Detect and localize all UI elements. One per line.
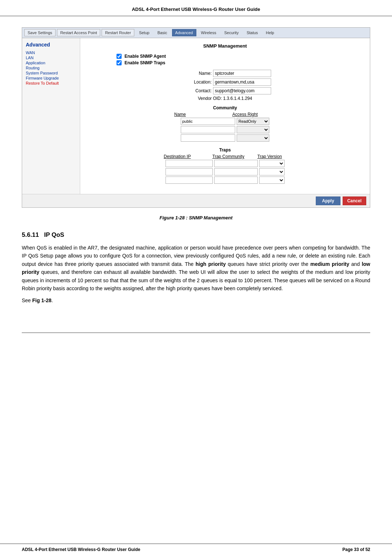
trap-comm-2[interactable]: [214, 168, 258, 175]
main-panel: SNMP Management Enable SNMP Agent Enable…: [80, 38, 370, 194]
community-access-1[interactable]: ReadOnly ReadWrite: [237, 118, 269, 125]
contact-field-row: Contact:: [87, 87, 363, 94]
section-number: 5.6.11: [22, 231, 39, 238]
sidebar-title: Advanced: [26, 42, 76, 48]
nav-bar: Save Settings Restart Access Point Resta…: [22, 28, 370, 38]
name-label: Name:: [179, 71, 212, 76]
contact-label: Contact:: [179, 88, 212, 93]
router-content: Advanced WAN LAN Application Routing Sys…: [22, 38, 370, 194]
page-footer: ADSL 4-Port Ethernet USB Wireless-G Rout…: [0, 543, 392, 555]
section-title: IP QoS: [44, 231, 64, 238]
snmp-traps-label: Enable SNMP Traps: [124, 60, 165, 65]
community-row-1: ReadOnly ReadWrite: [87, 118, 363, 125]
main-content: Save Settings Restart Access Point Resta…: [0, 16, 392, 321]
community-name-2[interactable]: [181, 126, 235, 133]
restart-router-button[interactable]: Restart Router: [102, 29, 134, 36]
tab-status[interactable]: Status: [243, 29, 261, 36]
snmp-fields-section: Name: Location: Contact: Vendor OID: 1.3…: [87, 70, 363, 101]
tab-advanced[interactable]: Advanced: [172, 29, 196, 36]
traps-title: Traps: [87, 147, 363, 153]
tab-basic[interactable]: Basic: [154, 29, 171, 36]
bottom-buttons: Apply Cancel: [22, 194, 370, 207]
body-text: When QoS is enabled in the AR7, the desi…: [22, 244, 370, 292]
panel-title: SNMP Management: [87, 43, 363, 49]
traps-headers: Destination IP Trap Community Trap Versi…: [87, 154, 363, 159]
trap-ver-2[interactable]: v1v2c: [259, 168, 285, 175]
sidebar-link-routing[interactable]: Routing: [26, 66, 76, 70]
sidebar-link-lan[interactable]: LAN: [26, 56, 76, 60]
router-ui-box: Save Settings Restart Access Point Resta…: [22, 27, 370, 208]
community-row-2: ReadOnly ReadWrite: [87, 126, 363, 133]
bottom-rule: [22, 332, 370, 333]
community-access-3[interactable]: ReadOnly ReadWrite: [237, 134, 269, 142]
trap-comm-3[interactable]: [214, 177, 258, 184]
trap-ver-1[interactable]: v1v2c: [259, 160, 285, 167]
community-name-3[interactable]: [181, 134, 235, 142]
snmp-traps-row: Enable SNMP Traps: [117, 60, 363, 65]
cancel-button[interactable]: Cancel: [343, 197, 366, 205]
sidebar-link-application[interactable]: Application: [26, 61, 76, 65]
snmp-agent-row: Enable SNMP Agent: [117, 54, 363, 59]
sidebar-link-wan[interactable]: WAN: [26, 50, 76, 55]
community-section: Community Name Access Right ReadOnly Rea…: [87, 105, 363, 142]
sidebar-link-restore-default[interactable]: Restore To Default: [26, 81, 76, 85]
community-col-access: Access Right: [232, 112, 276, 117]
tab-security[interactable]: Security: [221, 29, 242, 36]
community-title: Community: [87, 105, 363, 110]
footer-left: ADSL 4-Port Ethernet USB Wireless-G Rout…: [22, 547, 140, 552]
trap-ver-3[interactable]: v1v2c: [259, 177, 285, 184]
sidebar-link-system-password[interactable]: System Password: [26, 71, 76, 75]
community-row-3: ReadOnly ReadWrite: [87, 134, 363, 142]
restart-ap-button[interactable]: Restart Access Point: [57, 29, 101, 36]
save-settings-button[interactable]: Save Settings: [24, 29, 56, 36]
tab-wireless[interactable]: Wireless: [198, 29, 220, 36]
trap-dest-3[interactable]: [166, 177, 213, 184]
snmp-agent-label: Enable SNMP Agent: [124, 54, 166, 59]
sidebar-link-firmware-upgrade[interactable]: Firmware Upgrade: [26, 76, 76, 80]
sidebar: Advanced WAN LAN Application Routing Sys…: [22, 38, 80, 194]
vendor-oid: Vendor OID: 1.3.6.1.4.1.294: [87, 96, 363, 101]
apply-button[interactable]: Apply: [316, 197, 340, 205]
section-heading: 5.6.11 IP QoS: [22, 231, 370, 239]
name-field-row: Name:: [87, 70, 363, 77]
trap-dest-1[interactable]: [166, 160, 213, 167]
see-ref: See Fig 1-28.: [22, 297, 370, 303]
community-col-name: Name: [174, 112, 232, 117]
location-field-row: Location:: [87, 78, 363, 86]
snmp-traps-checkbox[interactable]: [117, 60, 122, 65]
trap-row-3: v1v2c: [87, 177, 363, 184]
snmp-agent-checkbox[interactable]: [117, 54, 122, 59]
trap-row-2: v1v2c: [87, 168, 363, 175]
community-headers: Name Access Right: [87, 112, 363, 117]
header-title: ADSL 4-Port Ethernet USB Wireless-G Rout…: [132, 7, 260, 12]
page-header: ADSL 4-Port Ethernet USB Wireless-G Rout…: [0, 0, 392, 16]
tab-help[interactable]: Help: [263, 29, 278, 36]
traps-col-ver: Trap Version: [257, 154, 286, 159]
community-name-1[interactable]: [181, 118, 235, 125]
traps-col-comm: Trap Community: [212, 154, 256, 159]
community-access-2[interactable]: ReadOnly ReadWrite: [237, 126, 269, 133]
traps-col-dest: Destination IP: [164, 154, 211, 159]
trap-comm-1[interactable]: [214, 160, 258, 167]
name-input[interactable]: [213, 70, 271, 77]
contact-input[interactable]: [213, 87, 271, 94]
location-input[interactable]: [213, 78, 271, 86]
footer-right: Page 33 of 52: [342, 547, 370, 552]
tab-setup[interactable]: Setup: [136, 29, 153, 36]
location-label: Location:: [179, 80, 212, 85]
trap-dest-2[interactable]: [166, 168, 213, 175]
traps-section: Traps Destination IP Trap Community Trap…: [87, 147, 363, 184]
figure-caption: Figure 1-28 : SNMP Management: [22, 215, 370, 220]
trap-row-1: v1v2c: [87, 160, 363, 167]
snmp-checkboxes-section: Enable SNMP Agent Enable SNMP Traps: [87, 54, 363, 65]
